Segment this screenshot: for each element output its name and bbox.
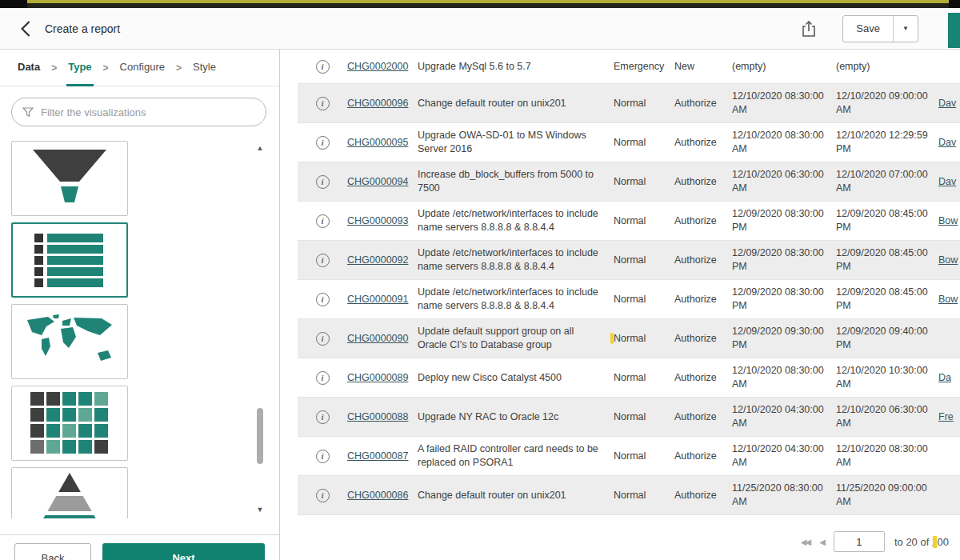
description-cell: Upgrade MySql 5.6 to 5.7: [418, 60, 614, 74]
description-cell: Update default support group on all Orac…: [418, 325, 614, 352]
record-link[interactable]: CHG0000089: [347, 372, 408, 383]
scroll-up-icon[interactable]: ▲: [255, 144, 265, 152]
header-bar: Create a report Save ▼: [0, 8, 960, 50]
viz-list-scrollbar[interactable]: ▲ ▼: [255, 144, 265, 514]
assigned-link[interactable]: Dav: [938, 176, 956, 187]
assigned-link[interactable]: Bow: [938, 294, 958, 305]
create-report-page: Create a report Save ▼ Data > Type > Con…: [0, 0, 960, 560]
priority-cell: Normal: [614, 98, 674, 109]
record-link[interactable]: CHG0000091: [347, 294, 408, 305]
end-date-cell: 12/10/2020 06:30:00 AM: [836, 403, 938, 430]
assigned-link[interactable]: Bow: [938, 254, 958, 266]
chevron-separator-icon: >: [103, 62, 109, 74]
scrollbar-thumb[interactable]: [257, 408, 263, 464]
recording-cursor-mark: [610, 334, 614, 344]
start-date-cell: 12/09/2020 08:30:00 PM: [732, 246, 836, 274]
table-row[interactable]: i CHG0000095 Upgrade OWA-SD-01 to MS Win…: [298, 123, 960, 162]
info-icon[interactable]: i: [316, 332, 330, 346]
record-link[interactable]: CHG0000093: [347, 215, 408, 226]
number-cell: CHG0000087: [347, 450, 418, 462]
info-icon[interactable]: i: [316, 410, 330, 424]
info-icon[interactable]: i: [316, 214, 330, 228]
record-link[interactable]: CHG0000092: [347, 254, 408, 266]
priority-cell: Normal: [614, 490, 674, 501]
priority-cell: Normal: [614, 372, 674, 383]
info-icon[interactable]: i: [316, 293, 330, 306]
assigned-link[interactable]: Da: [938, 372, 951, 383]
info-icon[interactable]: i: [316, 450, 330, 463]
table-row[interactable]: i CHG0000096 Change default router on un…: [298, 84, 960, 123]
heatmap-chart-icon: [30, 392, 109, 454]
viz-card-heatmap[interactable]: [11, 386, 128, 461]
info-icon[interactable]: i: [316, 97, 330, 110]
state-cell: Authorize: [674, 176, 732, 187]
end-date-cell: 12/09/2020 09:40:00 PM: [836, 325, 938, 352]
step-type[interactable]: Type: [66, 50, 93, 86]
record-link[interactable]: CHG0000095: [347, 137, 408, 148]
first-page-icon[interactable]: ◀◀: [801, 538, 810, 546]
number-cell: CHG0000095: [347, 137, 418, 148]
info-icon[interactable]: i: [316, 136, 330, 150]
end-date-cell: 12/09/2020 08:45:00 PM: [836, 207, 938, 234]
table-row[interactable]: i CHG0000087 A failed RAID controller ca…: [298, 437, 960, 476]
info-icon[interactable]: i: [316, 175, 330, 189]
next-button[interactable]: Next: [102, 543, 265, 560]
start-date-cell: 12/10/2020 08:30:00 AM: [732, 90, 836, 117]
info-cell: i: [298, 214, 347, 228]
scroll-down-icon[interactable]: ▼: [255, 506, 265, 514]
table-row[interactable]: i CHG0000086 Change default router on un…: [298, 476, 960, 515]
save-button[interactable]: Save: [843, 16, 894, 42]
start-date-cell: 11/25/2020 08:30:00 AM: [732, 482, 836, 509]
save-split-button: Save ▼: [842, 15, 918, 42]
number-cell: CHG0000093: [347, 215, 418, 226]
info-icon[interactable]: i: [316, 60, 330, 74]
previous-page-icon[interactable]: ◀: [819, 538, 824, 546]
viz-card-world-map[interactable]: [11, 304, 128, 379]
step-configure[interactable]: Configure: [118, 50, 166, 86]
table-row[interactable]: i CHG0000090 Update default support grou…: [298, 319, 960, 358]
assigned-link[interactable]: Dav: [938, 137, 956, 148]
start-date-cell: 12/10/2020 08:30:00 AM: [732, 364, 836, 391]
table-row[interactable]: i CHG0000088 Upgrade NY RAC to Oracle 12…: [298, 398, 960, 437]
step-data[interactable]: Data: [16, 50, 42, 86]
save-dropdown-button[interactable]: ▼: [894, 16, 918, 42]
assigned-link[interactable]: Fre: [938, 411, 954, 422]
table-row[interactable]: i CHG0000091 Update /etc/network/interfa…: [298, 280, 960, 319]
back-button[interactable]: Back: [14, 543, 91, 560]
info-icon[interactable]: i: [316, 254, 330, 267]
viz-card-pyramid[interactable]: [11, 467, 128, 518]
record-link[interactable]: CHG0000086: [347, 490, 408, 501]
assigned-link[interactable]: Dav: [938, 98, 956, 109]
filter-visualizations-input[interactable]: [41, 106, 256, 118]
description-cell: Change default router on unix201: [418, 489, 614, 502]
world-map-chart-icon: [21, 314, 118, 370]
record-link[interactable]: CHG0000088: [347, 411, 408, 422]
priority-cell: Normal: [614, 333, 674, 344]
back-chevron-button[interactable]: [14, 17, 38, 41]
table-row[interactable]: i CHG0000093 Update /etc/network/interfa…: [298, 202, 960, 241]
share-export-button[interactable]: [794, 14, 823, 43]
step-style[interactable]: Style: [191, 50, 218, 86]
cutoff-accent-button[interactable]: [948, 13, 960, 48]
assigned-cell: Dav: [938, 137, 960, 148]
funnel-chart-icon: [31, 150, 108, 207]
record-link[interactable]: CHG0000087: [347, 450, 408, 462]
table-row[interactable]: i CHG0002000 Upgrade MySql 5.6 to 5.7 Em…: [298, 50, 960, 84]
table-row[interactable]: i CHG0000089 Deploy new Cisco Catalyst 4…: [298, 358, 960, 398]
record-link[interactable]: CHG0000094: [347, 176, 408, 187]
viz-card-list[interactable]: [11, 222, 128, 298]
info-icon[interactable]: i: [316, 489, 330, 502]
page-number-input[interactable]: [834, 531, 885, 552]
info-icon[interactable]: i: [316, 371, 330, 385]
table-row[interactable]: i CHG0000094 Increase db_block_buffers f…: [298, 162, 960, 202]
state-cell: New: [674, 61, 732, 72]
table-row[interactable]: i CHG0000092 Update /etc/network/interfa…: [298, 241, 960, 280]
record-link[interactable]: CHG0002000: [347, 61, 408, 72]
viz-card-funnel[interactable]: [11, 141, 128, 216]
assigned-cell: Dav: [938, 98, 960, 109]
state-cell: Authorize: [674, 137, 732, 148]
assigned-link[interactable]: Bow: [938, 215, 958, 226]
record-link[interactable]: CHG0000096: [347, 98, 408, 109]
description-cell: Update /etc/network/interfaces to includ…: [418, 207, 614, 234]
record-link[interactable]: CHG0000090: [347, 333, 408, 344]
